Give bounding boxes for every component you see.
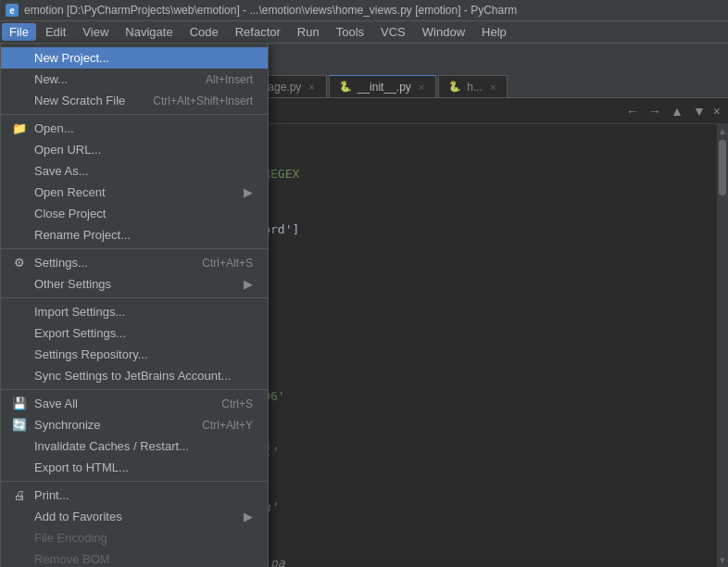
tab-init-icon: 🐍 <box>339 81 352 93</box>
tab-home-label: h... <box>467 81 483 94</box>
menu-sync-jetbrains[interactable]: Sync Settings to JetBrains Account... <box>1 365 268 386</box>
print-icon: 🖨 <box>12 488 27 502</box>
menu-close-project[interactable]: Close Project <box>1 203 268 224</box>
sep5 <box>1 481 268 482</box>
tab-init-label: __init__.py <box>358 81 411 94</box>
search-down-arrow[interactable]: ▼ <box>691 102 708 120</box>
menu-export-settings[interactable]: Export Settings... <box>1 322 268 344</box>
save-as-label: Save As... <box>34 164 89 178</box>
menu-remove-bom: Remove BOM <box>1 548 268 567</box>
new-scratch-shortcut: Ctrl+Alt+Shift+Insert <box>153 94 253 107</box>
menu-window[interactable]: Window <box>415 23 472 41</box>
menu-settings[interactable]: ⚙ Settings... Ctrl+Alt+S <box>1 252 268 273</box>
new-shortcut: Alt+Insert <box>206 73 253 86</box>
sep3 <box>1 297 268 298</box>
scroll-thumb[interactable] <box>719 140 726 195</box>
file-menu-dropdown: New Project... New... Alt+Insert New Scr… <box>0 43 269 567</box>
file-encoding-label: File Encoding <box>34 531 107 545</box>
menu-export-html[interactable]: Export to HTML... <box>1 457 268 478</box>
sep4 <box>1 389 268 390</box>
menu-run[interactable]: Run <box>290 23 327 41</box>
synchronize-shortcut: Ctrl+Alt+Y <box>202 419 253 432</box>
settings-icon: ⚙ <box>12 256 27 270</box>
open-icon: 📁 <box>12 121 27 135</box>
invalidate-label: Invalidate Caches / Restart... <box>34 439 189 453</box>
synchronize-icon: 🔄 <box>12 418 27 432</box>
scroll-down-arrow[interactable]: ▼ <box>718 555 727 565</box>
save-all-icon: 💾 <box>12 397 27 410</box>
sep2 <box>1 248 268 249</box>
tab-page-close[interactable]: × <box>307 82 316 93</box>
menu-open-url[interactable]: Open URL... <box>1 139 268 160</box>
add-favorites-label: Add to Favorites <box>34 510 122 523</box>
other-settings-label: Other Settings <box>34 277 111 291</box>
menu-save-all[interactable]: 💾 Save All Ctrl+S <box>1 393 268 414</box>
scroll-up-arrow[interactable]: ▲ <box>718 126 727 136</box>
new-project-label: New Project... <box>34 51 109 65</box>
tab-home-icon: 🐍 <box>448 81 461 93</box>
menu-refactor[interactable]: Refactor <box>228 23 288 41</box>
menu-tools[interactable]: Tools <box>329 23 371 41</box>
menu-settings-repo[interactable]: Settings Repository... <box>1 344 268 365</box>
menu-add-favorites[interactable]: Add to Favorites ▶ <box>1 506 268 527</box>
tab-home[interactable]: 🐍 h... × <box>438 75 508 97</box>
sync-jetbrains-label: Sync Settings to JetBrains Account... <box>34 369 231 383</box>
tab-init[interactable]: 🐍 __init__.py × <box>329 75 436 97</box>
open-label: Open... <box>34 121 74 135</box>
menu-new-project[interactable]: New Project... <box>1 47 268 69</box>
open-recent-label: Open Recent <box>34 185 106 199</box>
rename-project-label: Rename Project... <box>34 228 131 242</box>
menu-rename-project[interactable]: Rename Project... <box>1 224 268 246</box>
menu-help[interactable]: Help <box>474 23 514 41</box>
add-favorites-arrow: ▶ <box>244 510 253 523</box>
save-all-label: Save All <box>34 397 78 410</box>
open-recent-arrow: ▶ <box>244 185 253 199</box>
menu-edit[interactable]: Edit <box>38 23 73 41</box>
other-settings-arrow: ▶ <box>244 277 253 291</box>
new-label: New... <box>34 72 68 86</box>
save-all-shortcut: Ctrl+S <box>221 397 253 410</box>
print-label: Print... <box>34 488 69 502</box>
menu-view[interactable]: View <box>75 23 116 41</box>
menu-save-as[interactable]: Save As... <box>1 160 268 182</box>
export-settings-label: Export Settings... <box>34 326 126 340</box>
menu-file[interactable]: File <box>2 23 36 41</box>
menu-open[interactable]: 📁 Open... <box>1 118 268 139</box>
new-scratch-label: New Scratch File <box>34 94 125 107</box>
search-up-arrow[interactable]: ▲ <box>669 102 685 120</box>
search-close-btn[interactable]: × <box>713 104 721 119</box>
remove-bom-label: Remove BOM <box>34 552 110 566</box>
menu-print[interactable]: 🖨 Print... <box>1 485 268 506</box>
menu-open-recent[interactable]: Open Recent ▶ <box>1 182 268 203</box>
menu-other-settings[interactable]: Other Settings ▶ <box>1 273 268 295</box>
sep1 <box>1 114 268 115</box>
app-icon: e <box>6 4 19 17</box>
menu-invalidate[interactable]: Invalidate Caches / Restart... <box>1 435 268 457</box>
search-next-btn[interactable]: → <box>646 102 663 120</box>
file-menu-panel: New Project... New... Alt+Insert New Scr… <box>0 43 269 567</box>
import-settings-label: Import Settings... <box>34 305 125 319</box>
tab-init-close[interactable]: × <box>417 82 426 93</box>
open-url-label: Open URL... <box>34 143 101 157</box>
title-bar: e emotion [D:\PyCharmProjects\web\emotio… <box>0 0 728 20</box>
window-title: emotion [D:\PyCharmProjects\web\emotion]… <box>24 4 517 17</box>
menu-bar: File Edit View Navigate Code Refactor Ru… <box>0 20 728 43</box>
settings-repo-label: Settings Repository... <box>34 347 148 361</box>
synchronize-label: Synchronize <box>34 418 101 432</box>
tab-home-close[interactable]: × <box>488 82 497 93</box>
export-html-label: Export to HTML... <box>34 460 129 474</box>
search-prev-btn[interactable]: ← <box>624 102 641 120</box>
menu-import-settings[interactable]: Import Settings... <box>1 301 268 322</box>
menu-new-scratch[interactable]: New Scratch File Ctrl+Alt+Shift+Insert <box>1 90 268 111</box>
settings-label: Settings... <box>34 256 88 270</box>
menu-navigate[interactable]: Navigate <box>118 23 180 41</box>
menu-vcs[interactable]: VCS <box>373 23 413 41</box>
menu-new[interactable]: New... Alt+Insert <box>1 69 268 90</box>
menu-file-encoding: File Encoding <box>1 527 268 548</box>
scrollbar-right[interactable]: ▲ ▼ <box>717 124 728 567</box>
menu-synchronize[interactable]: 🔄 Synchronize Ctrl+Alt+Y <box>1 414 268 435</box>
settings-shortcut: Ctrl+Alt+S <box>202 257 253 270</box>
menu-code[interactable]: Code <box>182 23 226 41</box>
close-project-label: Close Project <box>34 207 106 220</box>
